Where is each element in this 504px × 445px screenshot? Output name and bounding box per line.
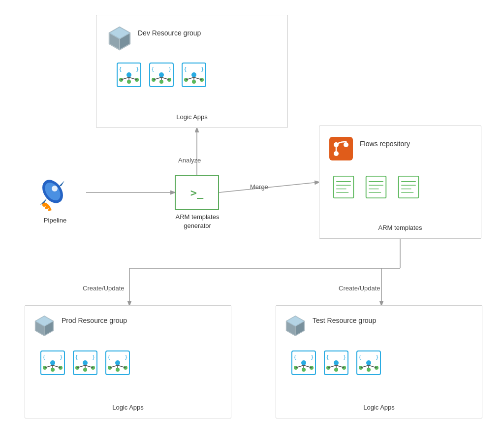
svg-point-84 <box>83 360 88 365</box>
generator-prompt-icon: >_ <box>190 187 204 199</box>
svg-rect-52 <box>366 176 386 198</box>
prod-logic-apps-label: Logic Apps <box>25 404 231 411</box>
dev-logic-apps-row: { } { } <box>116 62 207 88</box>
svg-point-25 <box>159 72 164 77</box>
svg-text:}: } <box>376 354 379 360</box>
generator-label-line1: ARM templates <box>176 213 220 221</box>
svg-rect-42 <box>329 137 353 160</box>
svg-text:}: } <box>60 354 63 360</box>
svg-point-45 <box>334 151 339 156</box>
svg-point-18 <box>127 80 131 84</box>
svg-text:{: { <box>358 354 362 360</box>
flows-repository-box: Flows repository <box>319 126 481 239</box>
svg-text:{: { <box>107 354 111 360</box>
test-rg-title: Test Resource group <box>313 317 376 324</box>
dev-logic-app-icon-1: { } <box>116 62 142 88</box>
prod-rg-icon <box>32 314 57 340</box>
svg-point-129 <box>366 360 371 365</box>
create-update-prod-label: Create/Update <box>83 285 125 292</box>
svg-point-119 <box>334 360 339 365</box>
svg-point-97 <box>116 368 120 372</box>
test-logic-app-icon-3: { } <box>356 350 381 376</box>
test-rg-icon <box>283 314 308 340</box>
dev-logic-app-icon-3: { } <box>181 62 207 88</box>
generator-label: ARM templates generator <box>161 213 234 230</box>
svg-text:{: { <box>75 354 78 360</box>
test-resource-group-box: Test Resource group { } { } <box>276 305 482 418</box>
test-logic-app-icon-1: { } <box>291 350 316 376</box>
prod-logic-apps-row: { } { } <box>40 350 130 376</box>
svg-text:}: } <box>92 354 95 360</box>
svg-text:{: { <box>326 354 329 360</box>
svg-point-44 <box>344 142 348 147</box>
analyze-label: Analyze <box>178 157 201 164</box>
svg-point-35 <box>191 72 196 77</box>
svg-point-109 <box>301 360 306 365</box>
svg-text:{: { <box>184 66 187 72</box>
flows-arm-templates-label: ARM templates <box>319 224 481 231</box>
svg-line-2 <box>219 182 319 192</box>
svg-point-74 <box>50 360 55 365</box>
pipeline-icon <box>32 175 69 214</box>
svg-text:}: } <box>311 354 314 360</box>
prod-rg-title: Prod Resource group <box>62 317 127 324</box>
svg-text:{: { <box>42 354 46 360</box>
svg-text:}: } <box>125 354 128 360</box>
prod-resource-group-box: Prod Resource group { } { } <box>25 305 231 418</box>
svg-text:{: { <box>151 66 155 72</box>
prod-logic-app-icon-1: { } <box>40 350 65 376</box>
svg-text:}: } <box>168 66 172 72</box>
test-logic-apps-label: Logic Apps <box>276 404 482 411</box>
svg-point-38 <box>192 80 196 84</box>
prod-logic-app-icon-3: { } <box>105 350 130 376</box>
flows-repo-title: Flows repository <box>360 140 410 148</box>
svg-point-122 <box>334 368 338 372</box>
svg-rect-47 <box>334 176 354 198</box>
flows-docs-row <box>332 175 420 199</box>
dev-rg-title: Dev Resource group <box>138 29 201 37</box>
svg-text:{: { <box>119 66 122 72</box>
arm-generator-box: >_ <box>175 175 219 210</box>
diagram: Dev Resource group { } { } <box>0 0 504 445</box>
dev-resource-group-box: Dev Resource group { } { } <box>96 15 288 128</box>
dev-logic-app-icon-2: { } <box>149 62 174 88</box>
svg-point-87 <box>83 368 87 372</box>
svg-point-94 <box>115 360 120 365</box>
svg-point-112 <box>302 368 306 372</box>
svg-point-28 <box>159 80 163 84</box>
svg-text:}: } <box>343 354 346 360</box>
svg-point-77 <box>51 368 55 372</box>
svg-point-15 <box>126 72 131 77</box>
flows-doc-icon-2 <box>364 175 388 199</box>
create-update-test-label: Create/Update <box>339 285 380 292</box>
svg-text:{: { <box>293 354 297 360</box>
svg-text:}: } <box>136 66 139 72</box>
pipeline-label: Pipeline <box>35 217 75 224</box>
svg-point-132 <box>367 368 371 372</box>
prod-logic-app-icon-2: { } <box>72 350 98 376</box>
dev-logic-apps-label: Logic Apps <box>96 113 287 121</box>
merge-label: Merge <box>250 183 268 191</box>
svg-rect-57 <box>399 176 419 198</box>
flows-doc-icon-1 <box>332 175 355 199</box>
generator-label-line2: generator <box>184 222 211 229</box>
test-logic-app-icon-2: { } <box>323 350 349 376</box>
dev-rg-icon <box>105 24 134 54</box>
svg-point-65 <box>52 186 58 191</box>
git-icon <box>327 135 355 164</box>
flows-doc-icon-3 <box>397 175 420 199</box>
svg-text:}: } <box>201 66 204 72</box>
test-logic-apps-row: { } { } <box>291 350 381 376</box>
